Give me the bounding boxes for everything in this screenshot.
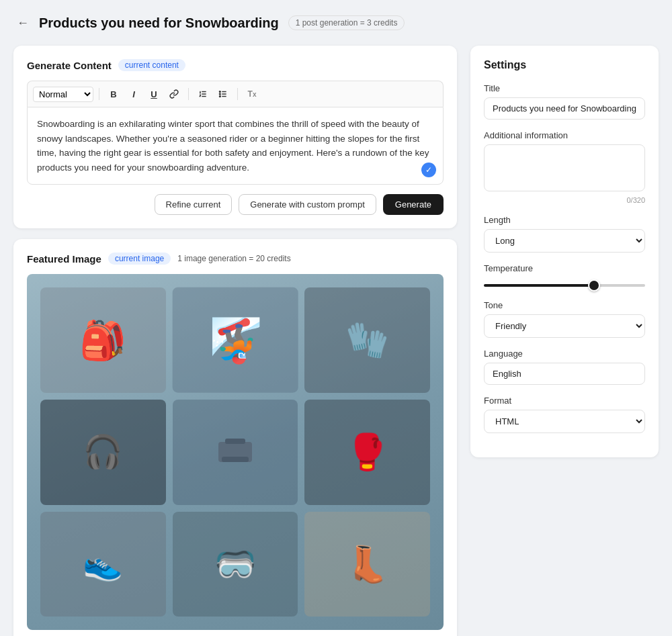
image-credits-label: 1 image generation = 20 credits <box>177 254 290 263</box>
bold-button[interactable]: B <box>105 85 122 103</box>
temperature-slider[interactable] <box>484 284 645 287</box>
svg-point-8 <box>219 96 220 97</box>
format-select[interactable]: Normal Heading 1 Heading 2 Heading 3 <box>33 87 93 102</box>
clear-format-button[interactable]: Tx <box>243 85 261 103</box>
title-input[interactable] <box>484 97 645 120</box>
custom-prompt-button[interactable]: Generate with custom prompt <box>239 194 376 215</box>
language-label: Language <box>484 349 645 359</box>
back-icon: ← <box>17 16 29 30</box>
title-field-label: Title <box>484 83 645 93</box>
unordered-list-button[interactable] <box>214 85 232 103</box>
tone-select[interactable]: Friendly Professional Casual Formal <box>484 314 645 338</box>
content-action-row: Refine current Generate with custom prom… <box>27 194 444 215</box>
underline-button[interactable]: U <box>145 85 163 103</box>
tone-label: Tone <box>484 300 645 310</box>
generate-content-title: Generate Content <box>27 60 112 71</box>
gear-item-headphones: 🎧 <box>40 400 166 505</box>
temperature-field-group: Temperature <box>484 263 645 289</box>
temperature-slider-container <box>484 277 645 289</box>
check-icon: ✓ <box>421 163 436 177</box>
main-layout: Generate Content current content Normal … <box>13 46 659 636</box>
temperature-label: Temperature <box>484 263 645 273</box>
generate-content-card: Generate Content current content Normal … <box>13 46 457 228</box>
editor-content: Snowboarding is an exhilarating winter s… <box>37 117 433 175</box>
current-image-badge: current image <box>108 253 171 265</box>
gear-item-goggles: 🥽 <box>173 512 298 617</box>
length-select[interactable]: Short Medium Long Very Long <box>484 229 645 253</box>
svg-rect-10 <box>225 439 245 444</box>
gear-item-gloves-top: 🧤 <box>304 287 430 393</box>
language-field-group: Language <box>484 349 645 385</box>
featured-image-container: 🎒 🏂 🧤 🎧 🥊 <box>27 274 444 630</box>
gear-item-bindings <box>173 400 298 505</box>
featured-image-title: Featured Image <box>27 253 101 265</box>
page-title: Products you need for Snowboarding <box>39 15 279 31</box>
tone-field-group: Tone Friendly Professional Casual Formal <box>484 300 645 338</box>
current-content-badge: current content <box>118 59 185 71</box>
format-field-group: Format HTML Markdown Plain Text <box>484 396 645 433</box>
additional-info-textarea[interactable] <box>484 144 645 191</box>
left-panel: Generate Content current content Normal … <box>13 46 457 636</box>
svg-point-7 <box>219 93 220 95</box>
credits-badge: 1 post generation = 3 credits <box>288 15 405 30</box>
content-editor[interactable]: Snowboarding is an exhilarating winter s… <box>27 107 444 185</box>
link-button[interactable] <box>165 85 183 103</box>
refine-current-button[interactable]: Refine current <box>155 194 233 215</box>
italic-button[interactable]: I <box>125 85 142 103</box>
featured-image-card: Featured Image current image 1 image gen… <box>13 239 457 636</box>
gear-item-boots-right: 👢 <box>304 512 430 617</box>
gear-item-gloves-mid: 🥊 <box>304 400 430 505</box>
svg-rect-11 <box>222 457 249 462</box>
format-select[interactable]: HTML Markdown Plain Text <box>484 410 645 433</box>
ordered-list-button[interactable] <box>194 85 212 103</box>
language-input[interactable] <box>484 363 645 385</box>
additional-info-field-group: Additional information 0/320 <box>484 130 645 204</box>
gear-item-snowboard: 🏂 <box>173 287 298 393</box>
format-label: Format <box>484 396 645 406</box>
title-field-group: Title <box>484 83 645 120</box>
toolbar-separator-3 <box>237 88 238 100</box>
generate-content-button[interactable]: Generate <box>383 194 444 215</box>
additional-info-label: Additional information <box>484 130 645 140</box>
char-count: 0/320 <box>484 196 645 204</box>
generate-content-header: Generate Content current content <box>27 59 444 71</box>
svg-point-6 <box>219 91 220 93</box>
editor-toolbar: Normal Heading 1 Heading 2 Heading 3 B I… <box>27 81 444 107</box>
settings-panel: Settings Title Additional information 0/… <box>470 46 659 457</box>
toolbar-separator-1 <box>99 88 99 100</box>
toolbar-separator-2 <box>188 88 189 100</box>
back-button[interactable]: ← <box>13 13 32 32</box>
length-label: Length <box>484 215 645 225</box>
gear-item-boots-left: 👟 <box>40 512 166 617</box>
settings-title: Settings <box>484 59 645 71</box>
featured-image: 🎒 🏂 🧤 🎧 🥊 <box>27 274 444 630</box>
length-field-group: Length Short Medium Long Very Long <box>484 215 645 253</box>
featured-image-header: Featured Image current image 1 image gen… <box>27 253 444 265</box>
gear-item-backpack: 🎒 <box>40 287 166 393</box>
gear-grid: 🎒 🏂 🧤 🎧 🥊 <box>27 274 444 630</box>
page-header: ← Products you need for Snowboarding 1 p… <box>13 13 659 32</box>
